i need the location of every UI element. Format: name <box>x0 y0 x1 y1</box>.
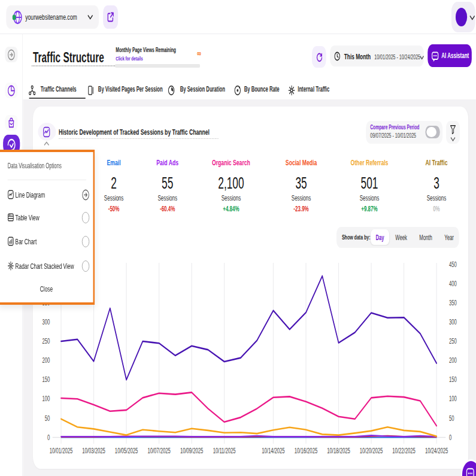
svg-text:10/24/2025: 10/24/2025 <box>425 447 448 454</box>
svg-text:250: 250 <box>449 337 457 345</box>
svg-text:450: 450 <box>449 260 457 268</box>
svg-text:150: 150 <box>42 376 50 384</box>
svg-text:300: 300 <box>42 318 50 326</box>
svg-text:10/18/2025: 10/18/2025 <box>327 447 350 454</box>
svg-text:10/07/2025: 10/07/2025 <box>147 447 171 454</box>
svg-text:10/05/2025: 10/05/2025 <box>115 447 138 454</box>
svg-text:0: 0 <box>449 433 452 441</box>
svg-text:100: 100 <box>449 395 457 403</box>
svg-text:10/03/2025: 10/03/2025 <box>82 447 105 454</box>
svg-text:350: 350 <box>449 299 457 307</box>
svg-text:10/20/2025: 10/20/2025 <box>360 447 383 454</box>
svg-text:10/11/2025: 10/11/2025 <box>213 447 236 454</box>
svg-text:200: 200 <box>42 357 50 365</box>
svg-text:0: 0 <box>47 433 50 441</box>
svg-text:150: 150 <box>449 376 457 384</box>
svg-text:250: 250 <box>42 337 50 345</box>
svg-text:100: 100 <box>42 395 50 403</box>
svg-text:10/09/2025: 10/09/2025 <box>180 447 204 454</box>
svg-text:50: 50 <box>449 414 454 422</box>
svg-text:50: 50 <box>45 414 50 422</box>
svg-text:10/22/2025: 10/22/2025 <box>392 447 416 454</box>
svg-text:200: 200 <box>449 357 457 365</box>
svg-text:300: 300 <box>449 318 457 326</box>
svg-text:400: 400 <box>449 280 457 287</box>
svg-text:10/01/2025: 10/01/2025 <box>50 447 73 454</box>
svg-text:10/14/2025: 10/14/2025 <box>262 447 285 454</box>
svg-text:10/16/2025: 10/16/2025 <box>295 447 318 454</box>
